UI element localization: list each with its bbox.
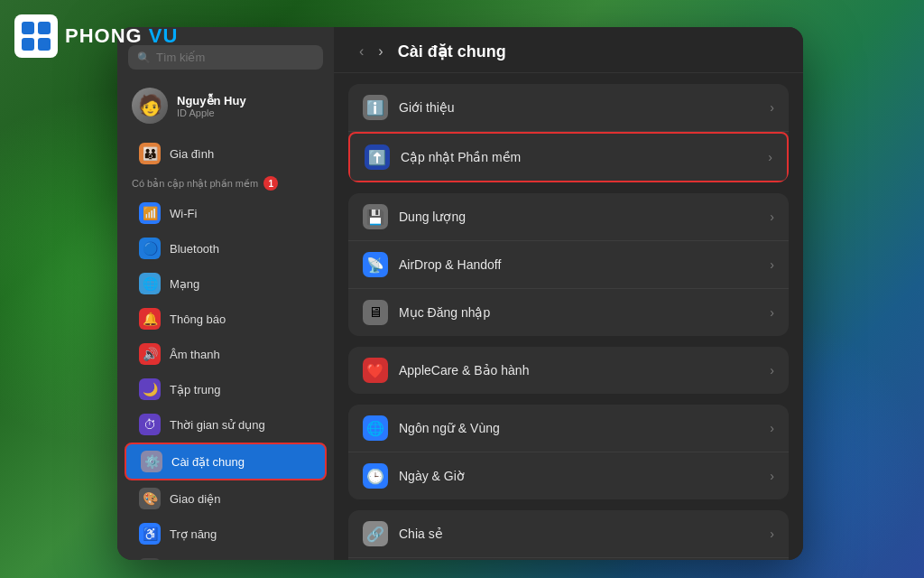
sidebar-item-access[interactable]: ♿ Trợ năng bbox=[125, 517, 327, 551]
settings-row-ngaygio[interactable]: 🕒 Ngày & Giờ › bbox=[348, 452, 789, 499]
svg-rect-0 bbox=[22, 22, 34, 34]
logo-area: PHONG VU bbox=[14, 14, 178, 58]
bluetooth-icon: 🔵 bbox=[139, 238, 161, 259]
focus-icon: 🌙 bbox=[139, 378, 161, 400]
update-section: Có bản cập nhật phần mềm 1 bbox=[117, 172, 334, 195]
airdrop-icon: 📡 bbox=[363, 252, 388, 277]
row-left-ngaygio: 🕒 Ngày & Giờ bbox=[363, 463, 465, 489]
row-label-ngonngu: Ngôn ngữ & Vùng bbox=[399, 421, 500, 435]
capnhat-icon: ⬆️ bbox=[365, 144, 390, 170]
row-left-airdrop: 📡 AirDrop & Handoff bbox=[363, 252, 501, 277]
sidebar-item-screentime[interactable]: ⏱ Thời gian sử dụng bbox=[125, 407, 327, 442]
notify-icon: 🔔 bbox=[139, 308, 161, 330]
settings-window: 🔍 🧑 Nguyễn Huy ID Apple 👪 Gia đình Có bả… bbox=[117, 27, 803, 560]
settings-group-group2: 💾 Dung lượng › 📡 AirDrop & Handoff › 🖥 M… bbox=[348, 193, 789, 336]
logo-icon bbox=[14, 14, 58, 58]
user-info: Nguyễn Huy ID Apple bbox=[177, 94, 246, 118]
settings-row-chiase[interactable]: 🔗 Chia sẻ › bbox=[348, 510, 789, 558]
sidebar-item-label-network: Mạng bbox=[170, 277, 199, 291]
settings-row-ngonngu[interactable]: 🌐 Ngôn ngữ & Vùng › bbox=[348, 405, 789, 452]
wifi-icon: 📶 bbox=[139, 202, 161, 224]
sidebar-item-label-general: Cài đặt chung bbox=[171, 455, 245, 469]
settings-group-group4: 🌐 Ngôn ngữ & Vùng › 🕒 Ngày & Giờ › bbox=[348, 405, 789, 499]
row-left-applecare: ❤️ AppleCare & Bảo hành bbox=[363, 358, 529, 383]
row-label-applecare: AppleCare & Bảo hành bbox=[399, 363, 529, 378]
settings-row-gioithieu[interactable]: ℹ️ Giới thiệu › bbox=[348, 84, 789, 132]
svg-rect-2 bbox=[22, 38, 34, 51]
main-content: ‹ › Cài đặt chung ℹ️ Giới thiệu › ⬆️ Cập… bbox=[334, 27, 803, 560]
control-icon: 🎛 bbox=[139, 558, 161, 560]
sidebar-item-label-bluetooth: Bluetooth bbox=[170, 242, 219, 256]
sidebar-item-sound[interactable]: 🔊 Âm thanh bbox=[125, 337, 327, 371]
row-chevron-chiase: › bbox=[770, 527, 774, 541]
settings-groups-container: ℹ️ Giới thiệu › ⬆️ Cập nhật Phần mềm › 💾… bbox=[334, 84, 803, 560]
nav-back-button[interactable]: ‹ bbox=[356, 42, 367, 61]
sidebar-item-general[interactable]: ⚙️ Cài đặt chung bbox=[125, 443, 327, 480]
sidebar-item-label-sound: Âm thanh bbox=[170, 348, 220, 361]
sidebar-item-notify[interactable]: 🔔 Thông báo bbox=[125, 302, 327, 336]
sidebar-item-label-access: Trợ năng bbox=[170, 527, 217, 541]
sidebar-item-label-focus: Tập trung bbox=[170, 383, 220, 396]
svg-rect-3 bbox=[38, 38, 51, 51]
settings-group-group3: ❤️ AppleCare & Bảo hành › bbox=[348, 347, 789, 394]
ngonngu-icon: 🌐 bbox=[363, 415, 388, 441]
row-chevron-gioithieu: › bbox=[770, 100, 774, 115]
sidebar-item-network[interactable]: 🌐 Mạng bbox=[125, 266, 327, 301]
row-label-mucdnhap: Mục Đăng nhập bbox=[399, 305, 490, 320]
sidebar-item-label-appearance: Giao diện bbox=[170, 492, 220, 506]
row-label-gioithieu: Giới thiệu bbox=[399, 100, 455, 115]
sidebar-item-wifi[interactable]: 📶 Wi-Fi bbox=[125, 196, 327, 230]
settings-row-capnhat[interactable]: ⬆️ Cập nhật Phần mềm › bbox=[348, 132, 789, 182]
sidebar-item-family[interactable]: 👪 Gia đình bbox=[125, 136, 327, 171]
row-chevron-mucdnhap: › bbox=[770, 305, 774, 320]
row-label-chiase: Chia sẻ bbox=[399, 527, 443, 541]
row-chevron-ngonngu: › bbox=[770, 421, 774, 435]
chiase-icon: 🔗 bbox=[363, 521, 388, 546]
settings-group-group5: 🔗 Chia sẻ › ⏰ Time Machine › 📱 Chuyển ho… bbox=[348, 510, 789, 560]
sidebar-item-focus[interactable]: 🌙 Tập trung bbox=[125, 372, 327, 406]
ngaygio-icon: 🕒 bbox=[363, 463, 388, 489]
sidebar-item-label-wifi: Wi-Fi bbox=[170, 207, 197, 220]
content-header: ‹ › Cài đặt chung bbox=[334, 27, 803, 73]
access-icon: ♿ bbox=[139, 523, 161, 545]
screentime-icon: ⏱ bbox=[139, 414, 161, 435]
row-label-capnhat: Cập nhật Phần mềm bbox=[401, 150, 521, 164]
logo-text: PHONG VU bbox=[65, 24, 178, 48]
user-name: Nguyễn Huy bbox=[177, 94, 246, 107]
sidebar-item-bluetooth[interactable]: 🔵 Bluetooth bbox=[125, 231, 327, 266]
page-title: Cài đặt chung bbox=[398, 42, 506, 61]
sidebar-item-label-screentime: Thời gian sử dụng bbox=[170, 418, 265, 432]
update-label: Có bản cập nhật phần mềm bbox=[132, 178, 258, 190]
svg-rect-1 bbox=[38, 22, 51, 34]
nav-forward-button[interactable]: › bbox=[374, 42, 386, 61]
settings-row-mucdnhap[interactable]: 🖥 Mục Đăng nhập › bbox=[348, 289, 789, 336]
user-profile[interactable]: 🧑 Nguyễn Huy ID Apple bbox=[117, 80, 334, 131]
row-left-chiase: 🔗 Chia sẻ bbox=[363, 521, 443, 546]
sound-icon: 🔊 bbox=[139, 343, 161, 365]
settings-row-applecare[interactable]: ❤️ AppleCare & Bảo hành › bbox=[348, 347, 789, 394]
sidebar: 🔍 🧑 Nguyễn Huy ID Apple 👪 Gia đình Có bả… bbox=[117, 27, 334, 560]
row-chevron-applecare: › bbox=[770, 363, 774, 378]
row-label-dunglug: Dung lượng bbox=[399, 210, 466, 224]
avatar: 🧑 bbox=[132, 88, 168, 124]
settings-row-timemachine[interactable]: ⏰ Time Machine › bbox=[348, 558, 789, 560]
row-left-capnhat: ⬆️ Cập nhật Phần mềm bbox=[365, 144, 521, 170]
row-chevron-airdrop: › bbox=[770, 257, 774, 272]
mucdnhap-icon: 🖥 bbox=[363, 300, 388, 325]
general-icon: ⚙️ bbox=[141, 451, 162, 472]
row-left-dunglug: 💾 Dung lượng bbox=[363, 204, 466, 229]
row-chevron-ngaygio: › bbox=[770, 469, 774, 483]
sidebar-item-appearance[interactable]: 🎨 Giao diện bbox=[125, 481, 327, 516]
search-input[interactable] bbox=[156, 51, 314, 64]
family-icon: 👪 bbox=[139, 143, 161, 164]
row-label-ngaygio: Ngày & Giờ bbox=[399, 469, 465, 483]
appearance-icon: 🎨 bbox=[139, 488, 161, 509]
sidebar-item-control[interactable]: 🎛 Trung tâm điều khiển bbox=[125, 552, 327, 560]
settings-row-airdrop[interactable]: 📡 AirDrop & Handoff › bbox=[348, 241, 789, 289]
settings-row-dunglug[interactable]: 💾 Dung lượng › bbox=[348, 193, 789, 241]
row-left-ngonngu: 🌐 Ngôn ngữ & Vùng bbox=[363, 415, 500, 441]
row-left-mucdnhap: 🖥 Mục Đăng nhập bbox=[363, 300, 490, 325]
dunglug-icon: 💾 bbox=[363, 204, 388, 229]
gioithieu-icon: ℹ️ bbox=[363, 95, 388, 120]
settings-group-group1: ℹ️ Giới thiệu › ⬆️ Cập nhật Phần mềm › bbox=[348, 84, 789, 182]
